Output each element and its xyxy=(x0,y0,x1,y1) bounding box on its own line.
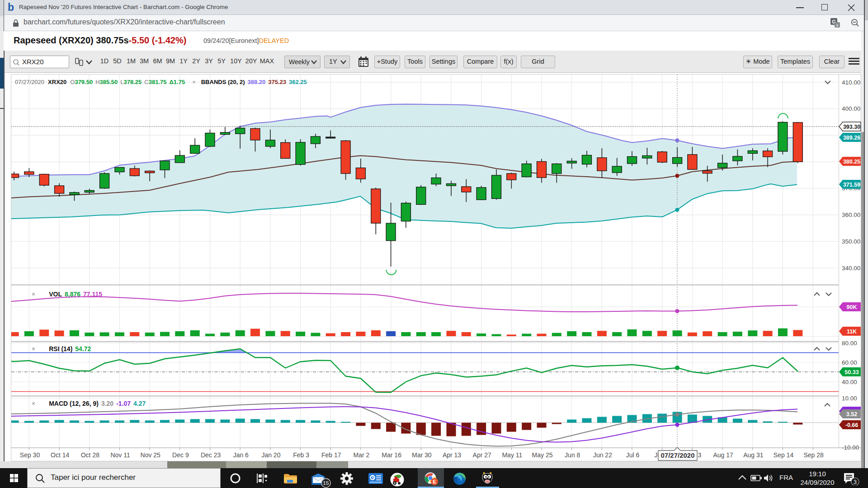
svg-text:Nov 25: Nov 25 xyxy=(141,451,161,459)
svg-text:Jun 8: Jun 8 xyxy=(565,451,580,459)
svg-text:07/27/2020XRX20O379.50H385.50L: 07/27/2020XRX20O379.50H385.50L378.25C381… xyxy=(15,79,307,85)
svg-text:15: 15 xyxy=(323,480,329,486)
svg-text:Oct 14: Oct 14 xyxy=(51,451,69,459)
svg-text:×MACD (12, 26, 9)3.20-1.074.27: ×MACD (12, 26, 9)3.20-1.074.27 xyxy=(32,400,146,407)
svg-text:07/27/2020: 07/27/2020 xyxy=(660,451,694,459)
svg-text:Aug 17: Aug 17 xyxy=(713,451,733,459)
svg-text:389.26: 389.26 xyxy=(843,135,860,141)
svg-text:350.00: 350.00 xyxy=(842,238,860,245)
svg-text:Mar 30: Mar 30 xyxy=(412,451,432,459)
svg-text:Jan 20: Jan 20 xyxy=(261,451,280,459)
svg-text:Nov 11: Nov 11 xyxy=(110,451,130,459)
svg-text:340.00: 340.00 xyxy=(842,265,860,272)
svg-text:Feb 17: Feb 17 xyxy=(321,451,341,459)
svg-text:Jun 22: Jun 22 xyxy=(593,451,612,459)
svg-text:x: x xyxy=(836,23,839,28)
svg-text:10.00: 10.00 xyxy=(842,395,857,402)
svg-text:40.00: 40.00 xyxy=(842,379,857,385)
svg-text:410.00: 410.00 xyxy=(842,79,860,86)
svg-text:60.00: 60.00 xyxy=(842,359,857,366)
svg-text:Apr 27: Apr 27 xyxy=(473,451,491,459)
svg-text:90K: 90K xyxy=(847,304,857,310)
svg-text:3: 3 xyxy=(854,479,857,485)
svg-text:Jul 6: Jul 6 xyxy=(626,451,640,459)
svg-text:-0.66: -0.66 xyxy=(845,422,859,428)
svg-text:393.30: 393.30 xyxy=(843,124,860,130)
svg-text:371.59: 371.59 xyxy=(843,182,860,188)
svg-text:Apr 13: Apr 13 xyxy=(443,451,461,459)
svg-text:Dec 9: Dec 9 xyxy=(172,451,189,459)
svg-text:Mar 2: Mar 2 xyxy=(354,451,370,459)
svg-text:400.00: 400.00 xyxy=(842,105,860,112)
svg-text:3.52: 3.52 xyxy=(846,411,857,418)
svg-text:Sep 30: Sep 30 xyxy=(20,451,40,459)
svg-text:May 11: May 11 xyxy=(502,451,522,459)
svg-text:-10.00: -10.00 xyxy=(842,444,859,451)
svg-text:May 25: May 25 xyxy=(532,451,553,459)
svg-text:Dec 23: Dec 23 xyxy=(201,451,221,459)
svg-text:E: E xyxy=(433,479,436,484)
svg-text:Sep 14: Sep 14 xyxy=(774,451,794,459)
svg-text:Sep 28: Sep 28 xyxy=(803,451,824,459)
svg-text:Oct 28: Oct 28 xyxy=(81,451,99,459)
svg-text:360.00: 360.00 xyxy=(842,211,860,218)
svg-text:50.33: 50.33 xyxy=(844,369,859,375)
svg-text:Feb 3: Feb 3 xyxy=(293,451,309,459)
svg-text:Aug 31: Aug 31 xyxy=(743,451,764,459)
svg-text:Jan 6: Jan 6 xyxy=(233,451,249,459)
svg-text:80.00: 80.00 xyxy=(842,340,857,347)
svg-text:11K: 11K xyxy=(847,328,857,335)
svg-text:380.25: 380.25 xyxy=(843,159,860,165)
svg-text:Mar 16: Mar 16 xyxy=(382,451,401,459)
